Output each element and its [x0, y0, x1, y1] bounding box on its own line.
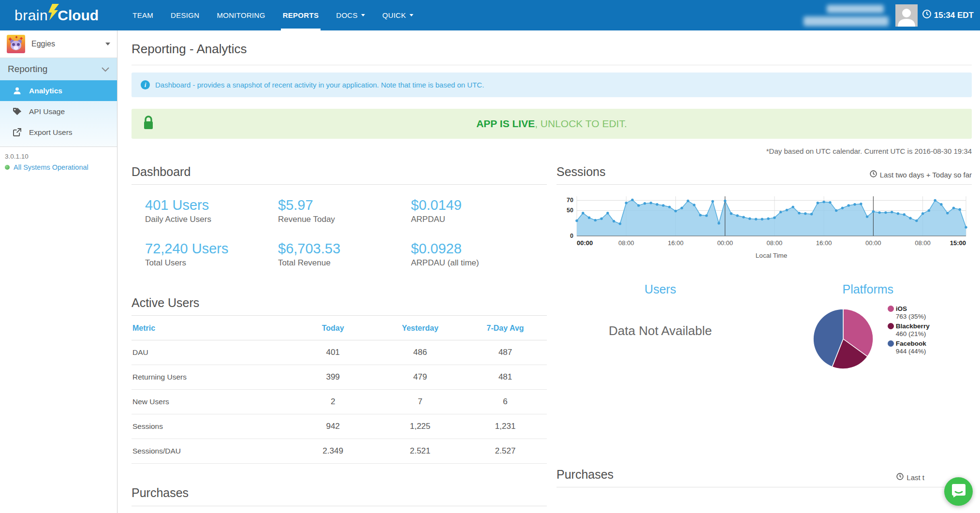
users-subsection: Users Data Not Available	[556, 282, 764, 378]
table-cell: Sessions/DAU	[132, 439, 289, 464]
purchases-right-heading: Purchases	[556, 468, 614, 482]
stat-value[interactable]: 72,240 Users	[145, 241, 278, 257]
time-label: 15:34 EDT	[934, 11, 974, 20]
sessions-section-header: Sessions Last two days + Today so far	[556, 165, 972, 185]
clock-icon	[922, 10, 931, 21]
dashboard-section-header: Dashboard	[132, 165, 547, 185]
purchases-right-section: Purchases Last t	[556, 468, 972, 487]
table-cell: 1,231	[464, 414, 547, 439]
redacted-text-bar	[827, 5, 884, 13]
svg-text:00:00: 00:00	[717, 239, 733, 247]
table-header-today[interactable]: Today	[289, 316, 376, 340]
sessions-range-text: Last two days + Today so far	[880, 171, 972, 179]
lightning-bolt-icon	[47, 4, 59, 24]
platforms-heading[interactable]: Platforms	[764, 282, 972, 296]
platforms-pie-chart	[806, 302, 880, 378]
legend-entry-ios: iOS763 (35%)	[888, 305, 930, 320]
users-empty-message: Data Not Available	[556, 323, 764, 338]
table-cell: Sessions	[132, 414, 289, 439]
caret-down-icon	[105, 43, 110, 45]
sidebar-section-reporting[interactable]: Reporting	[0, 58, 117, 80]
lock-icon	[143, 116, 154, 132]
main-content: Reporting - Analytics i Dashboard - prov…	[117, 30, 980, 513]
svg-text:00:00: 00:00	[865, 239, 881, 247]
stat-value[interactable]: $0.0149	[411, 197, 547, 213]
nav-item-design[interactable]: DESIGN	[162, 0, 208, 30]
brand-logo[interactable]: brain Cloud	[15, 5, 99, 25]
nav-item-reports[interactable]: REPORTS	[274, 0, 328, 30]
sidebar-item-api-usage[interactable]: API Usage	[0, 101, 117, 122]
svg-text:Local Time: Local Time	[756, 252, 787, 259]
clock-time: 15:34 EDT	[922, 10, 974, 21]
stat-total-users: 72,240 UsersTotal Users	[145, 241, 278, 268]
version-label: 3.0.1.10	[0, 147, 117, 161]
table-cell: 479	[377, 365, 464, 390]
app-selector[interactable]: Eggies	[0, 30, 117, 58]
stat-arpdau: $0.0149ARPDAU	[411, 197, 547, 224]
stat-label: Total Revenue	[278, 258, 411, 268]
table-header-metric[interactable]: Metric	[132, 316, 289, 340]
stat-value[interactable]: 401 Users	[145, 197, 278, 213]
purchases-left-section: Purchases	[132, 486, 547, 513]
app-live-rest: , UNLOCK TO EDIT.	[535, 118, 627, 129]
table-row: DAU401486487	[132, 340, 547, 365]
stat-daily-active-users: 401 UsersDaily Active Users	[145, 197, 278, 224]
avatar[interactable]	[895, 4, 918, 27]
clock-icon	[896, 473, 904, 482]
users-heading[interactable]: Users	[556, 282, 764, 296]
chat-icon	[951, 484, 966, 500]
nav-item-team[interactable]: TEAM	[124, 0, 162, 30]
svg-text:16:00: 16:00	[668, 239, 684, 247]
stat-value[interactable]: $0.0928	[411, 241, 547, 257]
svg-text:50: 50	[567, 207, 573, 214]
nav-item-label: REPORTS	[283, 11, 319, 19]
right-column: Sessions Last two days + Today so far 05…	[556, 165, 972, 513]
legend-dot-icon	[888, 323, 894, 329]
table-header-7-day-avg[interactable]: 7-Day Avg	[464, 316, 547, 340]
info-banner-text: Dashboard - provides a snapshot of recen…	[155, 81, 484, 89]
brand-part2: Cloud	[58, 7, 99, 24]
legend-entry-facebook: Facebook944 (44%)	[888, 340, 930, 355]
chevron-down-icon	[102, 64, 109, 74]
app-live-banner[interactable]: APP IS LIVE, UNLOCK TO EDIT.	[132, 109, 972, 139]
info-banner: i Dashboard - provides a snapshot of rec…	[132, 73, 972, 97]
purchases-right-header: Purchases Last t	[556, 468, 972, 487]
legend-label: Blackberry	[896, 322, 930, 330]
sidebar-item-analytics[interactable]: Analytics	[0, 80, 117, 101]
stat-label: ARPDAU (all time)	[411, 258, 547, 268]
table-cell: 942	[289, 414, 376, 439]
system-status-link[interactable]: All Systems Operational	[0, 161, 117, 174]
legend-entry-blackberry: Blackberry460 (21%)	[888, 322, 930, 337]
legend-label: Facebook	[896, 340, 926, 347]
active-users-section: Active Users MetricTodayYesterday7-Day A…	[132, 296, 547, 464]
table-cell: 6	[464, 390, 547, 414]
nav-item-docs[interactable]: DOCS	[327, 0, 374, 30]
table-cell: 2.527	[464, 439, 547, 464]
stat-revenue-today: $5.97Revenue Today	[278, 197, 411, 224]
stat-total-revenue: $6,703.53Total Revenue	[278, 241, 411, 268]
clock-icon	[870, 170, 877, 179]
svg-text:0: 0	[570, 233, 573, 239]
table-cell: 487	[464, 340, 547, 365]
user-icon	[12, 87, 22, 95]
app-live-text: APP IS LIVE, UNLOCK TO EDIT.	[142, 118, 961, 130]
sidebar-item-export-users[interactable]: Export Users	[0, 122, 117, 143]
stat-value[interactable]: $6,703.53	[278, 241, 411, 257]
app-icon-eggies	[7, 35, 25, 53]
table-cell: DAU	[132, 340, 289, 365]
chat-launcher-button[interactable]	[944, 477, 973, 506]
legend-value: 460 (21%)	[888, 330, 930, 337]
nav-item-monitoring[interactable]: MONITORING	[208, 0, 274, 30]
purchases-left-heading: Purchases	[132, 486, 547, 506]
svg-text:08:00: 08:00	[767, 239, 783, 247]
nav-item-quick[interactable]: QUICK	[374, 0, 422, 30]
caret-down-icon	[410, 14, 413, 16]
stat-arpdau-all-time-: $0.0928ARPDAU (all time)	[411, 241, 547, 268]
nav-item-label: DOCS	[336, 11, 358, 19]
table-header-yesterday[interactable]: Yesterday	[377, 316, 464, 340]
dashboard-heading: Dashboard	[132, 165, 190, 179]
legend-dot-icon	[888, 306, 894, 312]
stat-value[interactable]: $5.97	[278, 197, 411, 213]
legend-value: 944 (44%)	[888, 348, 930, 355]
svg-text:15:00: 15:00	[950, 239, 966, 247]
